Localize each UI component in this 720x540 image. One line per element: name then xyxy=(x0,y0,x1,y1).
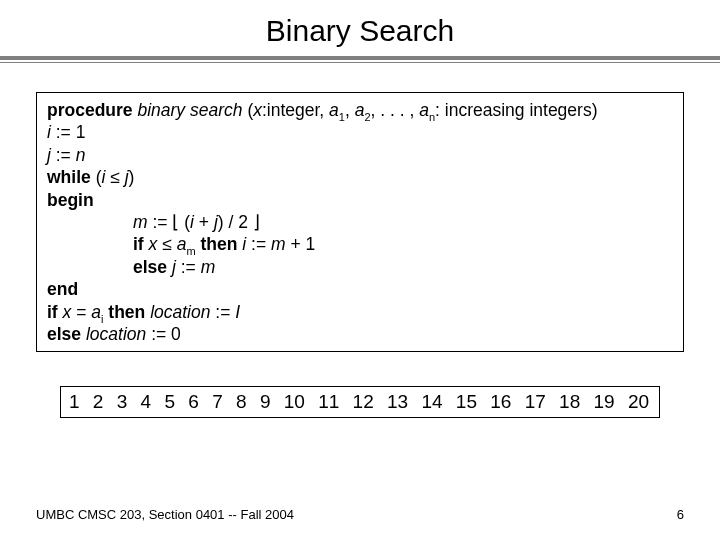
footer-text: UMBC CMSC 203, Section 0401 -- Fall 2004 xyxy=(36,507,294,522)
paren-open: ( xyxy=(91,167,102,187)
num-cell: 18 xyxy=(559,391,580,412)
sig-close: : increasing integers) xyxy=(435,100,597,120)
algo-line-2: i := 1 xyxy=(47,121,673,143)
kw-else: else xyxy=(133,257,167,277)
assign-8: := xyxy=(176,257,201,277)
sig-int: :integer, xyxy=(262,100,329,120)
algo-line-3: j := n xyxy=(47,144,673,166)
num-cell: 8 xyxy=(236,391,247,412)
var-x: x xyxy=(253,100,262,120)
le-op: ≤ xyxy=(105,167,124,187)
num-cell: 20 xyxy=(628,391,649,412)
algo-line-7: if x ≤ am then i := m + 1 xyxy=(47,233,673,255)
var-a: a xyxy=(329,100,339,120)
paren-close: ) xyxy=(129,167,135,187)
num-cell: 10 xyxy=(284,391,305,412)
kw-then: then xyxy=(196,234,238,254)
proc-name: binary search xyxy=(137,100,242,120)
var-a10: a xyxy=(91,302,101,322)
kw-procedure: procedure xyxy=(47,100,133,120)
algo-line-11: else location := 0 xyxy=(47,323,673,345)
var-an: a xyxy=(419,100,429,120)
num-cell: 17 xyxy=(525,391,546,412)
var-location11: location xyxy=(86,324,146,344)
num-cell: 9 xyxy=(260,391,271,412)
num-cell: 12 xyxy=(353,391,374,412)
num-cell: 15 xyxy=(456,391,477,412)
slide-title: Binary Search xyxy=(0,0,720,54)
number-sequence-box: 1 2 3 4 5 6 7 8 9 10 11 12 13 14 15 16 1… xyxy=(60,386,660,418)
num-cell: 16 xyxy=(490,391,511,412)
algo-line-8: else j := m xyxy=(47,256,673,278)
var-I: I xyxy=(235,302,240,322)
kw-if: if xyxy=(133,234,144,254)
kw-then10: then xyxy=(103,302,145,322)
num-cell: 4 xyxy=(141,391,152,412)
floor-open: := ⌊ ( xyxy=(148,212,191,232)
algorithm-box: procedure binary search (x:integer, a1, … xyxy=(36,92,684,352)
rest-7: + 1 xyxy=(286,234,316,254)
num-cell: 7 xyxy=(212,391,223,412)
var-a2: a xyxy=(355,100,365,120)
num-cell: 19 xyxy=(594,391,615,412)
title-divider xyxy=(0,56,720,64)
var-location: location xyxy=(150,302,210,322)
kw-else11: else xyxy=(47,324,81,344)
num-cell: 11 xyxy=(318,391,339,412)
comma-1: , xyxy=(345,100,355,120)
kw-begin: begin xyxy=(47,190,94,210)
num-cell: 1 xyxy=(69,391,80,412)
var-m8: m xyxy=(201,257,216,277)
eq-op: = xyxy=(71,302,91,322)
algo-line-1: procedure binary search (x:integer, a1, … xyxy=(47,99,673,121)
assign-10: := xyxy=(210,302,235,322)
var-m: m xyxy=(133,212,148,232)
rest-11: := 0 xyxy=(146,324,181,344)
plus-op: + xyxy=(194,212,214,232)
var-a7: a xyxy=(177,234,187,254)
num-cell: 5 xyxy=(164,391,175,412)
num-cell: 14 xyxy=(421,391,442,412)
assign-7: := xyxy=(246,234,271,254)
num-cell: 6 xyxy=(188,391,199,412)
floor-close: ) / 2 ⌋ xyxy=(218,212,260,232)
algo-line-4: while (i ≤ j) xyxy=(47,166,673,188)
algo-line-6: m := ⌊ (i + j) / 2 ⌋ xyxy=(47,211,673,233)
algo-line-10: if x = ai then location := I xyxy=(47,301,673,323)
algo-line-5: begin xyxy=(47,189,673,211)
ellipsis: , . . . , xyxy=(371,100,420,120)
var-m7: m xyxy=(271,234,286,254)
assign-n: := xyxy=(51,145,76,165)
var-n: n xyxy=(76,145,86,165)
le-op7: ≤ xyxy=(157,234,176,254)
num-cell: 2 xyxy=(93,391,104,412)
assign-1: := 1 xyxy=(51,122,86,142)
algo-line-9: end xyxy=(47,278,673,300)
kw-while: while xyxy=(47,167,91,187)
num-cell: 3 xyxy=(117,391,128,412)
slide-footer: UMBC CMSC 203, Section 0401 -- Fall 2004… xyxy=(36,507,684,522)
kw-end: end xyxy=(47,279,78,299)
kw-if10: if xyxy=(47,302,58,322)
num-cell: 13 xyxy=(387,391,408,412)
page-number: 6 xyxy=(677,507,684,522)
